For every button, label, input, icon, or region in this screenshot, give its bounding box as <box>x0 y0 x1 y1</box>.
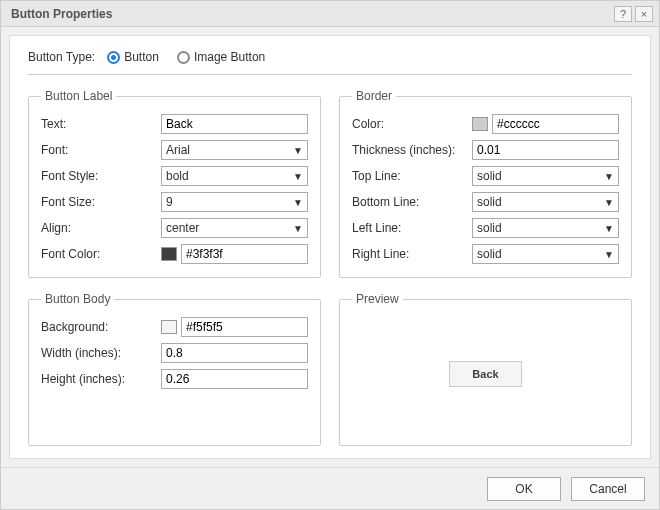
button-label-group: Button Label Text: Font: Arial ▼ <box>28 89 321 278</box>
thickness-label: Thickness (inches): <box>352 143 472 157</box>
chevron-down-icon: ▼ <box>604 197 614 208</box>
text-label: Text: <box>41 117 161 131</box>
chevron-down-icon: ▼ <box>604 171 614 182</box>
radio-image-button-option[interactable]: Image Button <box>177 50 265 64</box>
text-input[interactable] <box>161 114 308 134</box>
font-color-input[interactable] <box>181 244 308 264</box>
title-bar: Button Properties ? × <box>1 1 659 27</box>
font-style-label: Font Style: <box>41 169 161 183</box>
font-size-value: 9 <box>166 195 293 209</box>
right-line-value: solid <box>477 247 604 261</box>
top-line-select[interactable]: solid ▼ <box>472 166 619 186</box>
button-body-legend: Button Body <box>41 292 114 306</box>
border-color-swatch[interactable] <box>472 117 488 131</box>
radio-icon <box>177 51 190 64</box>
chevron-down-icon: ▼ <box>293 223 303 234</box>
border-color-label: Color: <box>352 117 472 131</box>
border-color-input[interactable] <box>492 114 619 134</box>
preview-button: Back <box>449 361 521 387</box>
background-swatch[interactable] <box>161 320 177 334</box>
left-line-value: solid <box>477 221 604 235</box>
close-icon: × <box>641 8 647 20</box>
font-select[interactable]: Arial ▼ <box>161 140 308 160</box>
bottom-line-value: solid <box>477 195 604 209</box>
background-input[interactable] <box>181 317 308 337</box>
cancel-button[interactable]: Cancel <box>571 477 645 501</box>
background-label: Background: <box>41 320 161 334</box>
top-line-value: solid <box>477 169 604 183</box>
button-body-group: Button Body Background: Width (inches): <box>28 292 321 446</box>
thickness-input[interactable] <box>472 140 619 160</box>
border-legend: Border <box>352 89 396 103</box>
chevron-down-icon: ▼ <box>604 223 614 234</box>
right-column: Border Color: Thickness (inches): Top L <box>339 89 632 446</box>
width-label: Width (inches): <box>41 346 161 360</box>
radio-button-option[interactable]: Button <box>107 50 159 64</box>
radio-icon <box>107 51 120 64</box>
right-line-select[interactable]: solid ▼ <box>472 244 619 264</box>
left-line-label: Left Line: <box>352 221 472 235</box>
chevron-down-icon: ▼ <box>293 171 303 182</box>
width-input[interactable] <box>161 343 308 363</box>
font-color-swatch[interactable] <box>161 247 177 261</box>
panels: Button Label Text: Font: Arial ▼ <box>28 89 632 446</box>
help-button[interactable]: ? <box>614 6 632 22</box>
font-value: Arial <box>166 143 293 157</box>
ok-button[interactable]: OK <box>487 477 561 501</box>
dialog-content: Button Type: Button Image Button Button … <box>9 35 651 459</box>
radio-button-label: Button <box>124 50 159 64</box>
chevron-down-icon: ▼ <box>293 145 303 156</box>
button-type-label: Button Type: <box>28 50 95 64</box>
border-group: Border Color: Thickness (inches): Top L <box>339 89 632 278</box>
chevron-down-icon: ▼ <box>293 197 303 208</box>
dialog-footer: OK Cancel <box>1 467 659 509</box>
right-line-label: Right Line: <box>352 247 472 261</box>
bottom-line-label: Bottom Line: <box>352 195 472 209</box>
align-value: center <box>166 221 293 235</box>
height-input[interactable] <box>161 369 308 389</box>
window-title: Button Properties <box>11 7 611 21</box>
font-color-label: Font Color: <box>41 247 161 261</box>
font-size-select[interactable]: 9 ▼ <box>161 192 308 212</box>
radio-image-button-label: Image Button <box>194 50 265 64</box>
dialog-window: Button Properties ? × Button Type: Butto… <box>0 0 660 510</box>
font-style-select[interactable]: bold ▼ <box>161 166 308 186</box>
button-type-row: Button Type: Button Image Button <box>28 50 632 75</box>
font-size-label: Font Size: <box>41 195 161 209</box>
left-column: Button Label Text: Font: Arial ▼ <box>28 89 321 446</box>
button-label-legend: Button Label <box>41 89 116 103</box>
chevron-down-icon: ▼ <box>604 249 614 260</box>
close-button[interactable]: × <box>635 6 653 22</box>
align-label: Align: <box>41 221 161 235</box>
top-line-label: Top Line: <box>352 169 472 183</box>
preview-legend: Preview <box>352 292 403 306</box>
left-line-select[interactable]: solid ▼ <box>472 218 619 238</box>
height-label: Height (inches): <box>41 372 161 386</box>
preview-group: Preview Back <box>339 292 632 446</box>
font-label: Font: <box>41 143 161 157</box>
font-style-value: bold <box>166 169 293 183</box>
align-select[interactable]: center ▼ <box>161 218 308 238</box>
help-icon: ? <box>620 8 626 20</box>
preview-area: Back <box>352 314 619 434</box>
bottom-line-select[interactable]: solid ▼ <box>472 192 619 212</box>
